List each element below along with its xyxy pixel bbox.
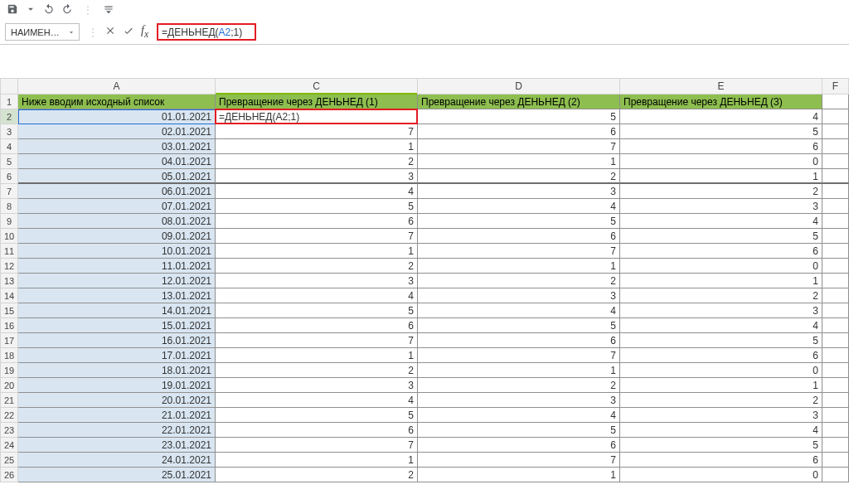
cell[interactable]: 5 <box>620 124 822 139</box>
column-header[interactable]: A <box>18 78 216 94</box>
row-header[interactable]: 9 <box>0 214 18 229</box>
cell[interactable]: 5 <box>418 423 620 438</box>
cell[interactable]: 2 <box>216 363 418 378</box>
cell[interactable] <box>822 348 849 363</box>
undo-icon[interactable] <box>43 3 55 17</box>
cell[interactable]: 1 <box>620 169 822 184</box>
cell[interactable]: 1 <box>216 348 418 363</box>
cell[interactable]: 2 <box>216 468 418 482</box>
cell[interactable]: 05.01.2021 <box>18 169 216 184</box>
row-header[interactable]: 4 <box>0 139 18 154</box>
row-header[interactable]: 15 <box>0 303 18 318</box>
cell[interactable] <box>822 259 849 274</box>
row-header[interactable]: 8 <box>0 199 18 214</box>
cell[interactable]: 25.01.2021 <box>18 468 216 482</box>
cell[interactable]: 4 <box>216 288 418 303</box>
cell[interactable]: 1 <box>216 453 418 468</box>
cell[interactable]: 5 <box>418 318 620 333</box>
cell[interactable]: 5 <box>620 229 822 244</box>
cell[interactable]: 2 <box>418 169 620 184</box>
cell[interactable] <box>822 468 849 482</box>
cell[interactable]: 7 <box>418 348 620 363</box>
column-header[interactable]: F <box>822 78 849 94</box>
cell[interactable]: 22.01.2021 <box>18 423 216 438</box>
row-header[interactable]: 7 <box>0 184 18 199</box>
cell[interactable] <box>822 453 849 468</box>
cell[interactable]: 2 <box>216 154 418 169</box>
cell[interactable] <box>822 244 849 259</box>
cell[interactable]: Ниже вводим исходный список <box>18 94 216 109</box>
cell[interactable]: 4 <box>216 184 418 199</box>
cell[interactable] <box>822 393 849 408</box>
insert-function-icon[interactable]: fx <box>141 24 148 40</box>
row-header[interactable]: 5 <box>0 154 18 169</box>
cell[interactable]: 5 <box>418 109 620 124</box>
cell[interactable]: 0 <box>620 259 822 274</box>
cell[interactable]: 03.01.2021 <box>18 139 216 154</box>
cell[interactable]: 13.01.2021 <box>18 288 216 303</box>
cell[interactable]: Превращение через ДЕНЬНЕД (1) <box>216 94 418 109</box>
cell[interactable]: 6 <box>216 423 418 438</box>
cell[interactable]: 21.01.2021 <box>18 408 216 423</box>
cell[interactable]: 08.01.2021 <box>18 214 216 229</box>
cell[interactable]: 6 <box>620 348 822 363</box>
column-header[interactable]: E <box>620 78 822 94</box>
chevron-down-icon[interactable] <box>67 28 75 36</box>
cell[interactable] <box>822 438 849 453</box>
cell[interactable]: 4 <box>216 393 418 408</box>
cell[interactable]: 12.01.2021 <box>18 274 216 288</box>
cell[interactable] <box>822 229 849 244</box>
cell[interactable]: 2 <box>620 288 822 303</box>
row-header[interactable]: 1 <box>0 94 18 109</box>
cell[interactable]: 07.01.2021 <box>18 199 216 214</box>
cell[interactable]: 1 <box>216 244 418 259</box>
editing-cell[interactable]: =ДЕНЬНЕД(A2;1) <box>216 109 418 124</box>
spreadsheet-grid[interactable]: ACDEF1Ниже вводим исходный списокПревращ… <box>0 78 849 482</box>
cell[interactable]: 0 <box>620 363 822 378</box>
save-icon[interactable] <box>7 3 18 17</box>
cell[interactable]: 20.01.2021 <box>18 393 216 408</box>
enter-icon[interactable] <box>123 25 134 39</box>
cell[interactable] <box>822 333 849 348</box>
cell[interactable]: 3 <box>418 184 620 199</box>
cell[interactable]: 18.01.2021 <box>18 363 216 378</box>
cell[interactable]: 3 <box>620 199 822 214</box>
cell[interactable]: 7 <box>418 244 620 259</box>
customize-qat-icon[interactable] <box>103 3 114 17</box>
cell[interactable]: 14.01.2021 <box>18 303 216 318</box>
cell[interactable] <box>822 184 849 199</box>
cell[interactable]: 3 <box>216 274 418 288</box>
cell[interactable]: 6 <box>216 318 418 333</box>
cell[interactable]: 2 <box>620 393 822 408</box>
cell[interactable]: 4 <box>620 318 822 333</box>
cell[interactable]: 3 <box>620 408 822 423</box>
row-header[interactable]: 20 <box>0 378 18 393</box>
row-header[interactable]: 14 <box>0 288 18 303</box>
cell[interactable]: 2 <box>216 259 418 274</box>
row-header[interactable]: 21 <box>0 393 18 408</box>
cell[interactable]: 10.01.2021 <box>18 244 216 259</box>
cell[interactable] <box>822 378 849 393</box>
row-header[interactable]: 22 <box>0 408 18 423</box>
row-header[interactable]: 2 <box>0 109 18 124</box>
cell[interactable]: 3 <box>216 378 418 393</box>
cell[interactable]: 23.01.2021 <box>18 438 216 453</box>
cell[interactable]: 0 <box>620 468 822 482</box>
cell[interactable]: 16.01.2021 <box>18 333 216 348</box>
cell[interactable]: 1 <box>418 154 620 169</box>
row-header[interactable]: 26 <box>0 468 18 482</box>
row-header[interactable]: 13 <box>0 274 18 288</box>
cell[interactable]: 7 <box>418 139 620 154</box>
cell[interactable]: 7 <box>216 333 418 348</box>
cell[interactable]: 3 <box>418 393 620 408</box>
cell[interactable]: 3 <box>216 169 418 184</box>
cell[interactable] <box>822 408 849 423</box>
redo-icon[interactable] <box>61 3 73 17</box>
cell[interactable] <box>822 124 849 139</box>
row-header[interactable]: 12 <box>0 259 18 274</box>
cell[interactable]: 6 <box>418 124 620 139</box>
cell[interactable]: 09.01.2021 <box>18 229 216 244</box>
cell[interactable]: 1 <box>620 378 822 393</box>
cell[interactable] <box>822 199 849 214</box>
cell[interactable]: 1 <box>620 274 822 288</box>
